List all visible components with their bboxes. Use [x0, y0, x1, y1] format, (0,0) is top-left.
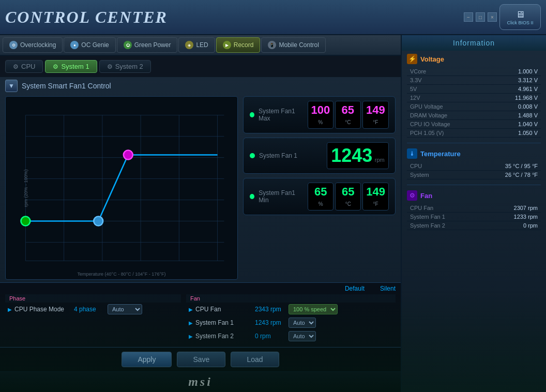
cpu-fan-info-label: CPU Fan	[410, 205, 433, 211]
cpu-fan-speed-dropdown[interactable]: 100 % speed	[289, 304, 338, 314]
silent-label: Silent	[380, 285, 396, 292]
led-icon: ◈	[185, 41, 193, 49]
chart-x-label: Temperature (40°C - 80°C / 104°F - 176°F…	[78, 272, 166, 277]
temp-title: Temperature	[420, 150, 461, 158]
msi-logo: msi	[188, 375, 213, 389]
fan-control-area: ▼ System Smart Fan1 Control rpm (20% - 1…	[0, 77, 401, 282]
restore-button[interactable]: □	[476, 12, 485, 22]
temperature-section: 🌡 Temperature CPU 35 °C / 95 °F System 2…	[402, 145, 546, 183]
main-layout: ⚙ Overclocking ● OC Genie ⏻ Green Power …	[0, 35, 546, 392]
info-row-dram-voltage: DRAM Voltage 1.488 V	[407, 111, 541, 120]
phase-col: Phase ▶ CPU Phase Mode 4 phase Auto Manu…	[5, 294, 181, 343]
sub-tabs: ⚙ CPU ⚙ System 1 ⚙ System 2	[0, 56, 401, 77]
vcore-label: VCore	[410, 68, 426, 74]
pch-voltage-label: PCH 1.05 (V)	[410, 130, 444, 136]
tab-overclocking[interactable]: ⚙ Overclocking	[3, 37, 63, 53]
sys1-fan-speed-dropdown[interactable]: Auto	[289, 318, 316, 328]
system2-tab-icon: ⚙	[107, 63, 113, 70]
fan-max-fahr-val: 149	[366, 103, 385, 116]
fan-panel-max-dot	[250, 112, 254, 117]
info-row-sys-temp: System 26 °C / 78 °F	[407, 171, 541, 179]
phase-row-label: CPU Phase Mode	[14, 306, 71, 313]
phase-row-dropdown[interactable]: Auto Manual	[108, 304, 142, 314]
close-button[interactable]: ×	[488, 12, 497, 22]
phase-row-value: 4 phase	[74, 306, 105, 313]
cpu-io-voltage-label: CPU IO Voltage	[410, 121, 450, 127]
load-button[interactable]: Load	[231, 352, 279, 367]
nav-tabs: ⚙ Overclocking ● OC Genie ⏻ Green Power …	[0, 35, 401, 56]
save-button[interactable]: Save	[177, 352, 225, 367]
fan-panel-rpm-dot	[250, 153, 255, 158]
info-row-cpu-fan: CPU Fan 2307 rpm	[407, 204, 541, 213]
sys-fan2-info-value: 0 rpm	[523, 222, 538, 229]
fan-min-percent-box: 65 %	[308, 183, 333, 210]
info-row-cpu-temp: CPU 35 °C / 95 °F	[407, 162, 541, 171]
dram-voltage-label: DRAM Voltage	[410, 112, 447, 118]
minimize-button[interactable]: −	[464, 12, 473, 22]
tab-led[interactable]: ◈ LED	[178, 37, 215, 53]
fan-panel-rpm-values: 1243 rpm	[305, 142, 389, 169]
overclocking-icon: ⚙	[9, 41, 18, 49]
tab-system1[interactable]: ⚙ System 1	[45, 60, 97, 73]
info-row-cpu-io-voltage: CPU IO Voltage 1.040 V	[407, 120, 541, 129]
table-section: Phase ▶ CPU Phase Mode 4 phase Auto Manu…	[0, 294, 401, 347]
fan-col-header: Fan	[186, 294, 396, 303]
voltage-section-header: ⚡ Voltage	[407, 54, 541, 64]
tab-record[interactable]: ▶ Record	[216, 37, 261, 53]
3v3-value: 3.312 V	[518, 77, 538, 83]
voltage-title: Voltage	[420, 55, 444, 63]
fan-max-fahr-box: 149 °F	[362, 101, 389, 129]
fan-control-title: System Smart Fan1 Control	[22, 82, 111, 90]
tab-oc-genie[interactable]: ● OC Genie	[64, 37, 115, 53]
tab-green-power[interactable]: ⏻ Green Power	[117, 37, 178, 53]
fan-info-section: ⚙ Fan CPU Fan 2307 rpm System Fan 1 1233…	[402, 187, 546, 233]
cpu-temp-label: CPU	[410, 163, 422, 169]
phase-col-header: Phase	[5, 294, 181, 303]
sys2-fan-label: System Fan 2	[195, 333, 252, 340]
fan-panel-min-values: 65 % 65 °C 149 °F	[308, 183, 389, 210]
info-row-sys-fan2: System Fan 2 0 rpm	[407, 221, 541, 230]
fan-max-percent-unit: %	[318, 119, 323, 125]
bottom-buttons: Apply Save Load	[0, 347, 401, 371]
vcore-value: 1.000 V	[518, 68, 538, 74]
system1-tab-icon: ⚙	[53, 63, 58, 70]
title-bar: Control Center − □ × 🖥 Click BIOS II	[0, 0, 546, 35]
fan-max-celsius-val: 65	[342, 103, 354, 116]
green-power-icon: ⏻	[124, 41, 132, 49]
fan-min-fahr-val: 149	[366, 185, 385, 198]
mobile-control-icon: 📱	[268, 41, 276, 49]
fan-chart-svg	[6, 97, 237, 279]
svg-point-18	[94, 217, 103, 226]
clickbios-button[interactable]: 🖥 Click BIOS II	[499, 4, 541, 30]
clickbios-label: Click BIOS II	[507, 20, 533, 25]
fan-panel-min-dot	[250, 194, 254, 199]
bottom-table-area: Default Silent Phase ▶ CPU Phase Mode 4 …	[0, 282, 401, 347]
apply-button[interactable]: Apply	[122, 352, 172, 367]
3v3-label: 3.3V	[410, 77, 422, 83]
info-row-sys-fan1: System Fan 1 1233 rpm	[407, 213, 541, 221]
sys-fan1-info-label: System Fan 1	[410, 214, 445, 220]
tab-mobile-control[interactable]: 📱 Mobile Control	[261, 37, 325, 53]
fan-max-fahr-unit: °F	[373, 119, 378, 125]
info-row-5v: 5V 4.961 V	[407, 85, 541, 94]
fan-control-dropdown[interactable]: ▼	[5, 80, 18, 92]
fan-max-percent-val: 100	[311, 103, 330, 116]
fan-panel-min-name: System Fan1 Min	[259, 189, 304, 204]
sys-fan1-info-value: 1233 rpm	[514, 214, 538, 220]
fan-min-fahr-unit: °F	[373, 201, 378, 207]
tab-system2[interactable]: ⚙ System 2	[99, 60, 151, 73]
fan-row-sys2: ▶ System Fan 2 0 rpm Auto	[186, 329, 396, 343]
title-controls: − □ × 🖥 Click BIOS II	[464, 4, 541, 30]
fan-rpm-display: 1243 rpm	[327, 142, 389, 169]
tab-cpu[interactable]: ⚙ CPU	[5, 60, 43, 73]
info-row-vcore: VCore 1.000 V	[407, 67, 541, 76]
info-row-gpu-voltage: GPU Voltage 0.008 V	[407, 102, 541, 111]
sys2-fan-rpm: 0 rpm	[255, 333, 286, 340]
info-title: Information	[453, 39, 495, 47]
svg-point-19	[124, 150, 133, 160]
fan-min-celsius-unit: °C	[345, 201, 351, 207]
fan-min-fahr-box: 149 °F	[362, 183, 389, 210]
fan-row-sys1: ▶ System Fan 1 1243 rpm Auto	[186, 316, 396, 329]
fan-rpm-unit: rpm	[375, 157, 385, 163]
sys2-fan-speed-dropdown[interactable]: Auto	[289, 331, 316, 341]
